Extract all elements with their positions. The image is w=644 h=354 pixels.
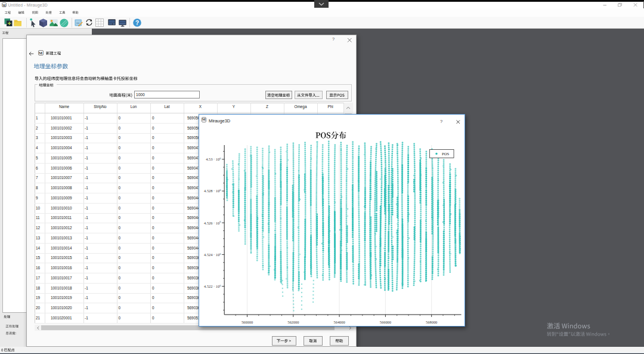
svg-text:562000: 562000 <box>287 320 299 324</box>
svg-text:560000: 560000 <box>242 320 253 324</box>
svg-text:4.524 · 106: 4.524 · 106 <box>204 253 221 257</box>
svg-text:568000: 568000 <box>426 320 437 324</box>
svg-text:4.528 · 106: 4.528 · 106 <box>204 189 221 193</box>
svg-text:564000: 564000 <box>334 320 345 324</box>
svg-text:POS: POS <box>442 152 449 156</box>
svg-text:4.526 · 106: 4.526 · 106 <box>204 220 221 224</box>
svg-text:566000: 566000 <box>380 320 391 324</box>
svg-text:4.522 · 106: 4.522 · 106 <box>204 284 221 288</box>
svg-text:4.53 · 106: 4.53 · 106 <box>206 157 221 161</box>
